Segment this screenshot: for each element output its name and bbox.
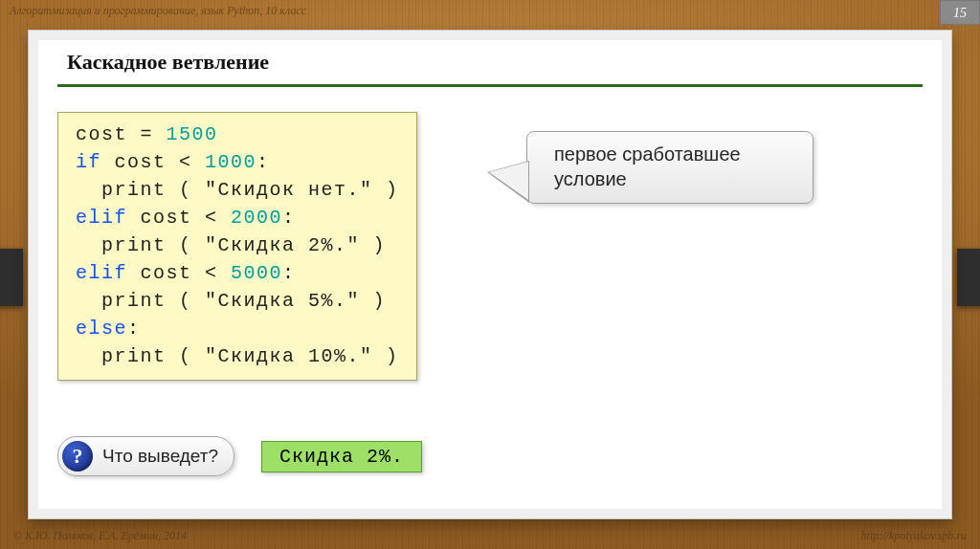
binder-tab-left xyxy=(0,249,23,306)
code-line: if cost < 1000: xyxy=(76,151,270,173)
question-mark-icon: ? xyxy=(62,441,93,472)
code-line: elif cost < 2000: xyxy=(76,207,296,229)
code-line: print ( "Скидка 10%." ) xyxy=(76,345,399,367)
footer-copyright: © К.Ю. Поляков, Е.А. Ерёмин, 2014 xyxy=(13,529,187,543)
code-line: else: xyxy=(76,318,141,340)
footer-url: http://kpolyakov.spb.ru xyxy=(861,529,967,543)
callout-line: первое сработавшее xyxy=(554,142,795,166)
header-text: Алгоритмизация и программирование, язык … xyxy=(10,4,306,18)
code-line: print ( "Скидка 2%." ) xyxy=(76,234,386,256)
code-block: cost = 1500 if cost < 1000: print ( "Ски… xyxy=(57,112,417,381)
callout-line: условие xyxy=(554,166,795,191)
binder-tab-right xyxy=(957,249,980,306)
code-line: elif cost < 5000: xyxy=(76,262,296,284)
page-number-badge: 15 xyxy=(940,0,980,25)
slide-title: Каскадное ветвление xyxy=(57,50,923,87)
code-line: print ( "Скидка 5%." ) xyxy=(76,290,386,312)
question-pill: ? Что выведет? xyxy=(57,436,234,476)
question-text: Что выведет? xyxy=(102,446,218,467)
answer-box: Скидка 2%. xyxy=(261,441,422,472)
slide-frame: Каскадное ветвление cost = 1500 if cost … xyxy=(29,31,951,518)
callout-bubble: первое сработавшее условие xyxy=(526,131,813,204)
code-line: cost = 1500 xyxy=(76,123,218,145)
code-line: print ( "Скидок нет." ) xyxy=(76,179,399,201)
